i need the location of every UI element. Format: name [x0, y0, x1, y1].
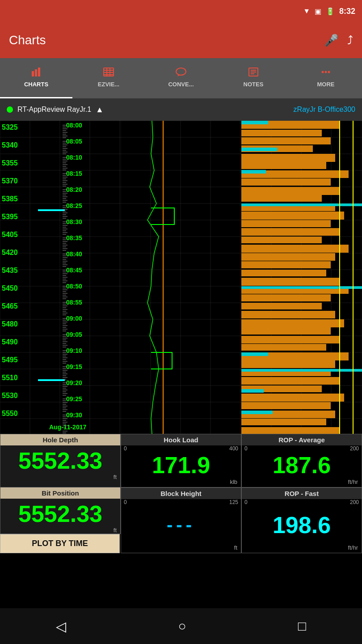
svg-rect-2 [38, 68, 40, 76]
hook-load-chart[interactable] [121, 121, 241, 434]
hole-depth-title: Hole Depth [0, 434, 120, 445]
bit-position-value: 5552.33 [18, 499, 102, 527]
hole-depth-unit: ft [114, 474, 120, 480]
rop-fast-title: ROP - Fast [242, 488, 362, 499]
block-height-value: --- [121, 505, 241, 544]
share-icon[interactable]: ⤴ [347, 34, 353, 47]
charts-tab-icon [31, 68, 42, 79]
rop-average-panel: ROP - Average 0 200 187.6 ft/hr [241, 434, 362, 487]
app-title: Charts [9, 33, 46, 47]
bit-position-unit: ft [114, 527, 120, 534]
tab-more[interactable]: MORE [290, 58, 362, 98]
rop-fast-unit: ft/hr [242, 544, 362, 553]
bit-position-title: Bit Position [0, 487, 120, 499]
back-button[interactable]: ◁ [56, 619, 66, 634]
hook-load-max: 400 [229, 445, 238, 452]
mic-icon[interactable]: 🎤 [324, 34, 338, 47]
svg-point-16 [325, 71, 327, 73]
app-bar: Charts 🎤 ⤴ [0, 22, 362, 58]
rop-average-max: 200 [350, 445, 359, 452]
more-tab-icon [320, 68, 331, 79]
data-panels-row1: Hole Depth 5552.33 ft Hook Load 0 400 17… [0, 434, 362, 487]
status-time: 8:32 [339, 7, 355, 16]
device-bar: RT-AppReview RayJr.1 ▲ zRayJr B-Office30… [0, 98, 362, 121]
rop-fast-panel: ROP - Fast 0 200 198.6 ft/hr [241, 487, 362, 553]
svg-point-9 [176, 68, 186, 75]
block-height-min: 0 [124, 499, 127, 505]
svg-point-17 [328, 71, 330, 73]
charts-tab-label: CHARTS [24, 81, 48, 88]
depth-chart[interactable] [0, 121, 121, 434]
rop-average-value: 187.6 [242, 452, 362, 479]
rop-fast-max: 200 [350, 499, 359, 505]
tab-charts[interactable]: CHARTS [0, 58, 72, 98]
notes-tab-label: NOTES [244, 81, 264, 88]
plot-by-time-button[interactable]: PLOT BY TIME [0, 534, 120, 553]
nav-tabs: CHARTS EZVIE... CONVE... [0, 58, 362, 98]
block-height-title: Block Height [121, 488, 241, 499]
device-name: RT-AppReview RayJr.1 [17, 106, 91, 114]
block-height-panel: Block Height 0 125 --- ft [121, 487, 241, 553]
hook-load-value: 171.9 [121, 452, 241, 479]
block-height-max: 125 [229, 499, 238, 505]
hook-load-range: 0 400 [121, 445, 241, 452]
rop-average-unit: ft/hr [242, 479, 362, 487]
rop-average-title: ROP - Average [242, 434, 362, 445]
device-right-label: zRayJr B-Office300 [294, 106, 355, 114]
recent-button[interactable]: □ [298, 619, 306, 634]
signal-icon: ▣ [315, 7, 321, 16]
home-button[interactable]: ○ [178, 619, 186, 634]
hook-load-min: 0 [124, 445, 127, 452]
rop-fast-value: 198.6 [242, 505, 362, 544]
rop-average-min: 0 [244, 445, 248, 452]
bottom-nav: ◁ ○ □ [0, 608, 362, 644]
battery-icon: 🔋 [326, 7, 335, 16]
rop-average-range: 0 200 [242, 445, 362, 452]
hook-load-unit: klb [121, 479, 241, 487]
svg-point-15 [322, 71, 324, 73]
data-panels-row2: Bit Position 5552.33 ft PLOT BY TIME Blo… [0, 487, 362, 553]
tab-ezview[interactable]: EZVIE... [72, 58, 145, 98]
svg-rect-0 [32, 71, 34, 76]
hole-depth-value: 5552.33 [18, 445, 102, 474]
ezview-tab-label: EZVIE... [98, 81, 119, 88]
device-dropdown-icon[interactable]: ▲ [96, 105, 104, 114]
hole-depth-panel: Hole Depth 5552.33 ft [0, 434, 121, 487]
block-height-range: 0 125 [121, 499, 241, 505]
block-height-unit: ft [121, 544, 241, 553]
hook-load-title: Hook Load [121, 434, 241, 445]
more-tab-label: MORE [317, 81, 335, 88]
rop-chart[interactable] [241, 121, 362, 434]
bit-position-panel: Bit Position 5552.33 ft [0, 487, 121, 534]
chart-area [0, 121, 362, 434]
connection-indicator [7, 106, 13, 113]
tab-converse[interactable]: CONVE... [145, 58, 217, 98]
tab-notes[interactable]: NOTES [217, 58, 290, 98]
bit-position-section: Bit Position 5552.33 ft PLOT BY TIME [0, 487, 121, 553]
notes-tab-icon [248, 68, 259, 79]
rop-fast-min: 0 [244, 499, 248, 505]
converse-tab-label: CONVE... [168, 81, 194, 88]
wifi-icon: ▼ [303, 7, 310, 15]
converse-tab-icon [176, 68, 186, 79]
status-bar: ▼ ▣ 🔋 8:32 [0, 0, 362, 22]
hook-load-panel: Hook Load 0 400 171.9 klb [121, 434, 241, 487]
svg-rect-1 [35, 69, 37, 76]
ezview-tab-icon [103, 68, 114, 79]
rop-fast-range: 0 200 [242, 499, 362, 505]
